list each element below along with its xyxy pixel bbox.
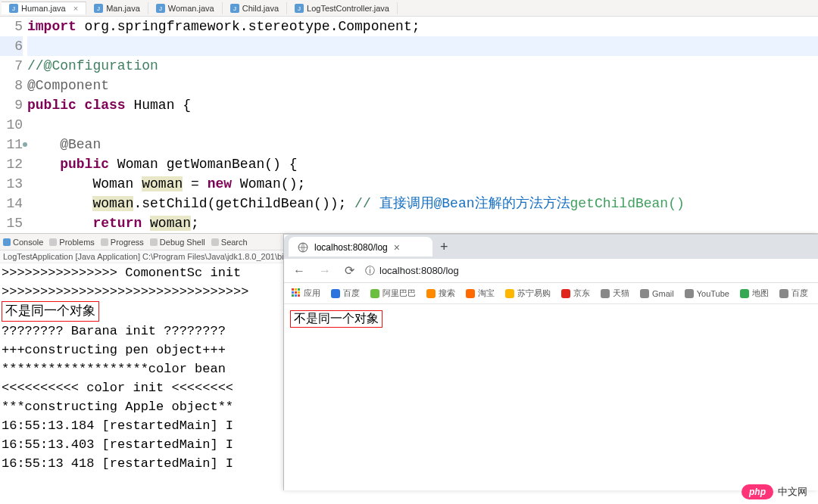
console-tabs: ConsoleProblemsProgressDebug ShellSearch (0, 234, 283, 250)
forward-button[interactable]: → (316, 263, 334, 279)
bookmark-item[interactable]: 阿里巴巴 (370, 288, 416, 299)
line-number: 13 (0, 174, 23, 194)
browser-tab[interactable]: localhost:8080/log × (289, 237, 432, 257)
code-line[interactable]: Woman woman = new Woman(); (27, 174, 818, 194)
url-text: localhost:8080/log (379, 265, 459, 276)
console-tab-label: Debug Shell (160, 238, 205, 247)
bookmark-label: 天猫 (613, 288, 629, 299)
code-area[interactable]: import org.springframework.stereotype.Co… (27, 17, 818, 233)
console-tab[interactable]: Search (211, 238, 248, 247)
code-line[interactable]: public Woman getWomanBean() { (27, 154, 818, 174)
console-tab[interactable]: Debug Shell (150, 238, 205, 247)
console-line: 16:55:13 418 [restartedMain] I (2, 454, 282, 473)
bookmark-item[interactable]: 天猫 (601, 288, 629, 299)
bookmark-icon (779, 289, 788, 298)
bookmarks-bar: 应用百度阿里巴巴搜索淘宝苏宁易购京东天猫GmailYouTube地图百度 (284, 283, 818, 304)
editor-tab[interactable]: JChild.java (223, 2, 287, 14)
bookmark-item[interactable]: Gmail (640, 289, 674, 298)
svg-rect-13 (298, 288, 300, 291)
svg-rect-15 (295, 291, 297, 294)
editor-tab[interactable]: JMan.java (86, 2, 148, 14)
code-line[interactable]: public class Human { (27, 95, 818, 115)
code-line[interactable]: @Bean (27, 135, 818, 154)
back-button[interactable]: ← (290, 263, 308, 279)
console-subtitle: LogTestApplication [Java Application] C:… (0, 250, 283, 263)
code-line[interactable]: return woman; (27, 213, 818, 233)
console-output[interactable]: >>>>>>>>>>>>>>> ComonentSc init>>>>>>>>>… (0, 263, 283, 490)
code-editor[interactable]: 56789101112131415 import org.springframe… (0, 17, 818, 233)
close-icon[interactable]: × (73, 4, 78, 13)
bookmark-item[interactable]: 苏宁易购 (505, 288, 551, 299)
editor-tab[interactable]: JHuman.java× (2, 2, 86, 14)
page-content-highlight: 不是同一个对象 (290, 310, 382, 328)
bookmark-label: 百度 (343, 288, 360, 299)
bookmark-icon (640, 289, 649, 298)
reload-button[interactable]: ⟳ (342, 262, 357, 279)
bookmark-icon (601, 289, 610, 298)
bookmark-item[interactable]: YouTube (685, 289, 729, 298)
bookmark-label: 苏宁易购 (517, 288, 551, 299)
console-line: +++constructing pen object+++ (2, 341, 282, 359)
line-number: 6 (0, 36, 23, 56)
code-line[interactable]: import org.springframework.stereotype.Co… (27, 17, 818, 36)
bookmark-label: 淘宝 (478, 288, 495, 299)
console-tab[interactable]: Progress (101, 238, 144, 247)
bookmark-icon (331, 289, 340, 298)
line-gutter: 56789101112131415 (0, 17, 27, 233)
tab-label: Man.java (106, 4, 140, 13)
bookmark-label: Gmail (652, 289, 674, 298)
bookmark-icon (505, 289, 514, 298)
console-line: 16:55:13.403 [restartedMain] I (2, 435, 282, 454)
bookmark-icon (426, 289, 436, 298)
svg-rect-12 (295, 288, 297, 291)
new-tab-button[interactable]: + (432, 239, 456, 255)
bookmark-item[interactable]: 地图 (740, 288, 769, 299)
console-tab-icon (101, 238, 108, 246)
console-line: *******************color bean (2, 359, 282, 378)
console-line: >>>>>>>>>>>>>>>>>>>>>>>>>>>>>>>> (2, 282, 282, 301)
svg-rect-19 (298, 294, 300, 297)
address-bar[interactable]: ⓘ localhost:8080/log (365, 264, 459, 278)
bookmark-label: YouTube (697, 289, 729, 298)
close-tab-icon[interactable]: × (394, 241, 400, 254)
svg-text:J: J (12, 5, 15, 12)
svg-rect-18 (295, 294, 297, 297)
svg-rect-17 (292, 294, 294, 297)
console-tab-label: Search (221, 238, 248, 247)
bookmark-label: 阿里巴巴 (382, 288, 416, 299)
code-line[interactable] (27, 115, 818, 135)
line-number: 11 (0, 135, 23, 154)
tab-label: LogTestController.java (307, 4, 389, 13)
apps-shortcut[interactable]: 应用 (292, 288, 320, 299)
bookmark-label: 搜索 (439, 288, 455, 299)
code-line[interactable]: @Component (27, 76, 818, 95)
java-file-icon: J (9, 4, 18, 13)
bookmark-item[interactable]: 百度 (779, 288, 808, 299)
line-number: 5 (0, 17, 23, 36)
console-tab-label: Problems (59, 238, 94, 247)
bookmark-item[interactable]: 百度 (331, 288, 360, 299)
browser-tab-title: localhost:8080/log (314, 242, 388, 253)
console-tab[interactable]: Console (3, 238, 43, 247)
bookmark-item[interactable]: 京东 (561, 288, 590, 299)
console-line: 不是同一个对象 (2, 301, 282, 322)
console-tab[interactable]: Problems (49, 238, 94, 247)
code-line[interactable]: //@Configuration (27, 56, 818, 76)
bookmark-item[interactable]: 搜索 (426, 288, 455, 299)
bookmark-item[interactable]: 淘宝 (466, 288, 495, 299)
browser-window: localhost:8080/log × + ← → ⟳ ⓘ localhost… (284, 234, 818, 490)
console-line: ***constructing Apple object** (2, 397, 282, 416)
code-line[interactable]: woman.setChild(getChildBean()); // 直接调用@… (27, 194, 818, 213)
apps-icon (292, 288, 301, 299)
console-panel: ConsoleProblemsProgressDebug ShellSearch… (0, 234, 284, 490)
editor-tab[interactable]: JLogTestController.java (287, 2, 398, 14)
line-number: 14 (0, 194, 23, 213)
console-tab-icon (3, 238, 11, 246)
watermark-logo: php 中文网 (742, 484, 807, 499)
code-line[interactable] (27, 36, 818, 56)
svg-text:J: J (298, 5, 301, 12)
php-badge: php (742, 484, 773, 499)
info-icon[interactable]: ⓘ (365, 264, 375, 278)
editor-tab[interactable]: JWoman.java (148, 2, 223, 14)
tab-label: Human.java (21, 4, 66, 13)
